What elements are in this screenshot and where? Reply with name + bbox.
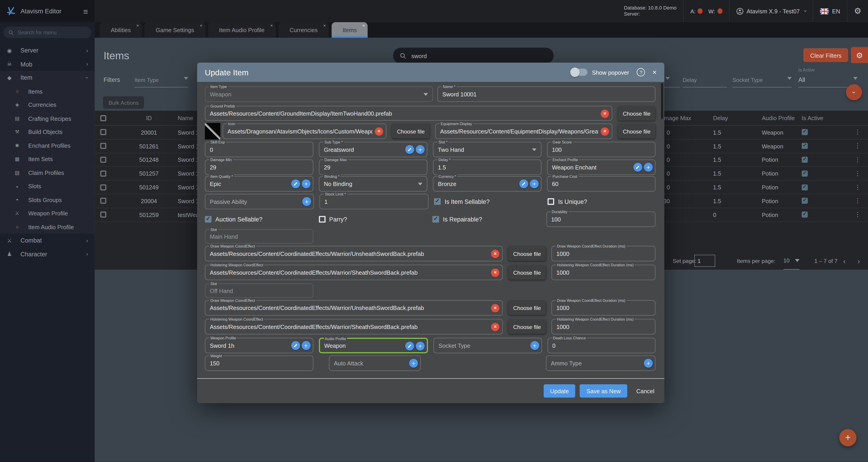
checkbox[interactable] [548, 198, 554, 205]
tab-item-audio-profile[interactable]: Item Audio Profile × [208, 22, 276, 38]
clear-field-icon[interactable]: × [491, 304, 499, 312]
holstering-weapon-coordeffect-field[interactable]: Holstering Weapon CoordEffect Assets/Res… [205, 319, 503, 335]
edit-icon[interactable] [519, 179, 528, 188]
stock-limit-field[interactable]: Stock Limit * 1 [319, 194, 429, 210]
hamburger-icon[interactable]: ≡ [83, 7, 88, 16]
checkbox[interactable] [205, 216, 212, 222]
add-icon[interactable]: + [302, 197, 311, 206]
close-icon[interactable]: × [652, 68, 657, 76]
item-type-select[interactable]: Item Type Weapon [205, 86, 433, 102]
draw-weapon-duration-field[interactable]: Draw Weapon CoordEffect Duration (ms) 10… [552, 246, 656, 261]
holstering-weapon-coordeffect-field[interactable]: Holstering Weapon CoordEffect Assets/Res… [205, 265, 503, 280]
draw-weapon-coordeffect-field[interactable]: Draw Weapon CoordEffect Assets/Resources… [205, 246, 503, 261]
auto-attack-field[interactable]: Auto Attack + [329, 356, 421, 371]
choose-file-button[interactable]: Choose file [508, 265, 546, 280]
icon-field[interactable]: Icon Assets/Dragonsan/AtavismObjects/Ico… [223, 124, 386, 139]
death-loss-chance-field[interactable]: Death Loss Chance 0 [547, 338, 655, 353]
is-active-checkbox[interactable] [802, 212, 808, 218]
row-menu-kebab-icon[interactable]: ⋮ [854, 140, 861, 153]
clear-field-icon[interactable]: × [600, 127, 609, 136]
draw-weapon-coordeffect-field[interactable]: Draw Weapon CoordEffect Assets/Resources… [205, 300, 503, 316]
close-icon[interactable]: × [363, 23, 365, 28]
is-item-sellable-checkbox[interactable]: Is Item Sellable? [434, 198, 542, 205]
equipment-display-field[interactable]: Equipment Display Assets/Resources/Conte… [435, 124, 612, 139]
ground-prefab-field[interactable]: Ground Prefab Assets/Resources/Content/G… [205, 106, 612, 121]
tab-currencies[interactable]: Currencies × [278, 22, 329, 38]
sidebar-search-input[interactable]: Search for menu [3, 27, 91, 38]
row-checkbox[interactable] [100, 157, 106, 163]
holstering-weapon-duration-field[interactable]: Holstering Weapon CoordEffect Duration (… [552, 265, 656, 280]
sidebar-item-item-sets[interactable]: ▦ Item Sets [0, 152, 95, 166]
tab-abilities[interactable]: Abilities × [100, 22, 142, 38]
filter-socket-type[interactable]: Socket Type [733, 74, 792, 88]
row-checkbox[interactable] [100, 143, 106, 149]
draw-weapon-duration-field[interactable]: Draw Weapon CoordEffect Duration (ms) 10… [552, 300, 656, 316]
filter-is-active[interactable]: Is Active All [798, 74, 858, 88]
choose-file-button[interactable]: Choose file [392, 124, 430, 138]
sidebar-item-slots-groups[interactable]: ◓ Slots Groups [0, 193, 95, 207]
row-checkbox[interactable] [100, 184, 106, 190]
is-active-checkbox[interactable] [802, 198, 808, 204]
sidebar-item-items[interactable]: ○ Items [0, 84, 95, 98]
server-selector[interactable]: Atavism X.9 - Test07 › [729, 0, 813, 22]
edit-icon[interactable] [633, 163, 642, 172]
close-icon[interactable]: × [323, 23, 326, 28]
sidebar-item-build-objects[interactable]: ⚒ Build Objects [0, 125, 95, 139]
row-checkbox[interactable] [100, 129, 106, 135]
show-popover-toggle[interactable] [572, 68, 588, 76]
header-id[interactable]: ID [126, 111, 173, 125]
audio-profile-field[interactable]: Audio Profile Weapon + [318, 338, 428, 353]
edit-icon[interactable] [405, 145, 414, 154]
add-icon[interactable]: + [530, 341, 539, 350]
add-icon[interactable]: + [416, 342, 425, 350]
add-icon[interactable]: + [644, 163, 653, 172]
is-active-checkbox[interactable] [802, 171, 808, 177]
skill-exp-field[interactable]: Skill Exp 0 [205, 142, 314, 157]
table-settings-button[interactable]: ⚙ [851, 47, 868, 63]
ammo-type-field[interactable]: Ammo Type + [546, 356, 656, 371]
parry-checkbox[interactable]: Parry? [318, 216, 427, 222]
add-icon[interactable]: + [530, 179, 539, 188]
clear-field-icon[interactable]: × [600, 110, 609, 118]
bulk-actions-button[interactable]: Bulk Actions [103, 96, 144, 109]
row-menu-kebab-icon[interactable]: ⋮ [854, 208, 861, 221]
name-field[interactable]: Name * Sword 10001 [437, 86, 655, 102]
next-page-icon[interactable]: › [858, 252, 860, 270]
tab-items[interactable]: Items × [332, 22, 368, 38]
sidebar-item-server[interactable]: ◉ Server › [0, 44, 95, 57]
choose-file-button[interactable]: Choose file [618, 106, 655, 121]
holstering-weapon-duration-field[interactable]: Holstering Weapon CoordEffect Duration (… [552, 319, 656, 335]
add-icon[interactable]: + [416, 145, 425, 154]
checkbox[interactable] [434, 198, 441, 205]
select-all-checkbox[interactable] [100, 115, 106, 121]
edit-icon[interactable] [291, 179, 300, 188]
damage-min-field[interactable]: Damage Min 29 [205, 159, 314, 175]
weight-field[interactable]: Weight 150 [205, 356, 314, 371]
filter-delay[interactable]: Delay [683, 74, 727, 88]
binding-select[interactable]: Binding * No Binding [319, 176, 428, 192]
items-per-page-select[interactable]: 10 [783, 252, 800, 270]
close-icon[interactable]: × [136, 23, 139, 28]
header-is-active[interactable]: Is Active [802, 111, 835, 125]
is-active-checkbox[interactable] [802, 184, 808, 190]
damage-max-field[interactable]: Damage Max 29 [319, 159, 428, 175]
is-active-checkbox[interactable] [802, 129, 808, 135]
enchant-profile-field[interactable]: Enchant Profile Weapon Enchant + [547, 159, 656, 175]
row-checkbox[interactable] [100, 212, 106, 218]
header-delay[interactable]: Delay [713, 111, 741, 125]
checkbox[interactable] [318, 216, 325, 222]
save-as-new-button[interactable]: Save as New [580, 384, 627, 398]
header-audio-profile[interactable]: Audio Profile [762, 111, 797, 125]
sidebar-item-item[interactable]: ◆ Item › [0, 71, 95, 84]
checkbox[interactable] [432, 216, 439, 222]
tab-game-settings[interactable]: Game Settings × [145, 22, 205, 38]
language-selector[interactable]: EN [813, 0, 847, 22]
delay-field[interactable]: Delay * 1.5 [433, 159, 541, 175]
add-item-fab[interactable]: + [839, 429, 857, 446]
cancel-button[interactable]: Cancel [637, 388, 654, 394]
sidebar-item-claim-profiles[interactable]: ▨ Claim Profiles [0, 166, 95, 179]
row-menu-kebab-icon[interactable]: ⋮ [854, 167, 861, 180]
is-active-checkbox[interactable] [802, 157, 808, 163]
filter-item-type[interactable]: Item Type [134, 74, 188, 88]
row-menu-kebab-icon[interactable]: ⋮ [854, 153, 861, 166]
